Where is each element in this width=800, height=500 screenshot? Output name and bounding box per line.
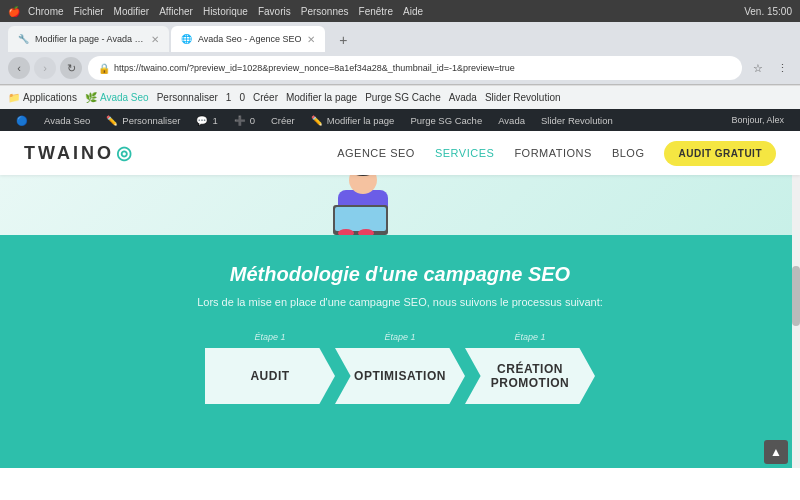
bookmark-icon[interactable]: ☆ [748,58,768,78]
svg-rect-5 [335,207,386,231]
methodology-section: Méthodologie d'une campagne SEO Lors de … [0,235,800,434]
os-bar-left: 🍎 Chrome Fichier Modifier Afficher Histo… [8,6,423,17]
nav-blog[interactable]: BLOG [612,147,645,159]
bookmark-applications[interactable]: 📁 Applications [8,92,77,103]
wp-purge-label: Purge SG Cache [410,115,482,126]
tab1-close[interactable]: ✕ [151,34,159,45]
scroll-to-top-button[interactable]: ▲ [764,440,788,464]
os-bar: 🍎 Chrome Fichier Modifier Afficher Histo… [0,0,800,22]
os-menu-afficher[interactable]: Afficher [159,6,193,17]
wp-count2[interactable]: ➕ 0 [226,109,263,131]
forward-button[interactable]: › [34,57,56,79]
step-optimisation-arrow[interactable]: OPTIMISATION [335,348,465,404]
settings-icon[interactable]: ⋮ [772,58,792,78]
tab2-label: Avada Seo - Agence SEO [198,34,301,44]
site-logo[interactable]: TWAINO ◎ [24,142,135,164]
bookmark-purge[interactable]: Purge SG Cache [365,92,441,103]
wp-avada-seo[interactable]: Avada Seo [36,109,98,131]
wp-avada-menu-label: Avada [498,115,525,126]
logo-text: TWAINO [24,143,114,164]
bookmarks-bar: 📁 Applications 🌿 Avada Seo Personnaliser… [0,85,800,109]
wp-count1[interactable]: 💬 1 [188,109,225,131]
os-bar-right: Ven. 15:00 [744,6,792,17]
address-bar-input[interactable]: 🔒 https://twaino.com/?preview_id=1028&pr… [88,56,742,80]
wp-modifier-label: Modifier la page [327,115,395,126]
character-illustration [308,175,428,235]
bookmark-count1[interactable]: 1 [226,92,232,103]
bookmark-creer[interactable]: Créer [253,92,278,103]
section-subtitle: Lors de la mise en place d'une campagne … [20,296,780,308]
wp-logo[interactable]: 🔵 [8,109,36,131]
steps-container: Étape 1 AUDIT Étape 1 OPTIMISATION Étape… [20,332,780,404]
chrome-tab-1[interactable]: 🔧 Modifier la page - Avada Seo ... ✕ [8,26,169,52]
bookmark-personnaliser[interactable]: Personnaliser [157,92,218,103]
wp-count1-label: 1 [212,115,217,126]
bookmark-avada[interactable]: Avada [449,92,477,103]
bookmark-avada-seo[interactable]: 🌿 Avada Seo [85,92,149,103]
scrollbar[interactable] [792,131,800,468]
os-menu-fichier[interactable]: Fichier [74,6,104,17]
site-navbar: TWAINO ◎ AGENCE SEO SERVICES FORMATIONS … [0,131,800,175]
wp-count2-icon: ➕ [234,115,246,126]
scrollbar-thumb[interactable] [792,266,800,326]
wp-modifier-page[interactable]: ✏️ Modifier la page [303,109,403,131]
wp-count1-icon: 💬 [196,115,208,126]
chrome-address-bar: ‹ › ↻ 🔒 https://twaino.com/?preview_id=1… [0,52,800,84]
step-creation-label: Étape 1 [514,332,545,342]
hero-image-section [0,175,800,235]
os-menu-modifier[interactable]: Modifier [114,6,150,17]
os-time: Ven. 15:00 [744,6,792,17]
step-optimisation-label: Étape 1 [384,332,415,342]
scroll-btn-container: ▲ [0,434,800,468]
step-audit-label: Étape 1 [254,332,285,342]
wp-avada[interactable]: Avada [490,109,533,131]
new-tab-button[interactable]: + [331,28,355,52]
os-menu-favoris[interactable]: Favoris [258,6,291,17]
logo-symbol: ◎ [116,142,135,164]
os-menu-personnes[interactable]: Personnes [301,6,349,17]
page-content: TWAINO ◎ AGENCE SEO SERVICES FORMATIONS … [0,131,800,468]
tab2-close[interactable]: ✕ [307,34,315,45]
wp-slider[interactable]: Slider Revolution [533,109,621,131]
optimisation-shape: OPTIMISATION [335,348,465,404]
wp-icon: 🔵 [16,115,28,126]
apple-icon: 🍎 [8,6,20,17]
tab1-label: Modifier la page - Avada Seo ... [35,34,145,44]
wp-count2-label: 0 [250,115,255,126]
wp-avada-label: Avada Seo [44,115,90,126]
step-audit: Étape 1 AUDIT [205,332,335,404]
wp-slider-label: Slider Revolution [541,115,613,126]
wp-creer[interactable]: Créer [263,109,303,131]
os-menu: Chrome Fichier Modifier Afficher Histori… [28,6,423,17]
back-button[interactable]: ‹ [8,57,30,79]
refresh-button[interactable]: ↻ [60,57,82,79]
chrome-tabs-bar: 🔧 Modifier la page - Avada Seo ... ✕ 🌐 A… [0,22,800,52]
os-menu-fenetre[interactable]: Fenêtre [359,6,393,17]
os-menu-historique[interactable]: Historique [203,6,248,17]
bookmark-modifier-page[interactable]: Modifier la page [286,92,357,103]
bookmark-slider[interactable]: Slider Revolution [485,92,561,103]
wp-modifier-icon: ✏️ [311,115,323,126]
chrome-actions: ☆ ⋮ [748,58,792,78]
wp-personnaliser[interactable]: ✏️ Personnaliser [98,109,188,131]
nav-services[interactable]: SERVICES [435,147,494,159]
os-menu-aide[interactable]: Aide [403,6,423,17]
tab1-favicon: 🔧 [18,34,29,44]
nav-links: AGENCE SEO SERVICES FORMATIONS BLOG AUDI… [337,141,776,166]
bookmark-count2[interactable]: 0 [239,92,245,103]
nav-agence-seo[interactable]: AGENCE SEO [337,147,415,159]
step-creation-arrow[interactable]: CRÉATION PROMOTION [465,348,595,404]
url-text: https://twaino.com/?preview_id=1028&prev… [114,63,515,73]
chrome-tab-2[interactable]: 🌐 Avada Seo - Agence SEO ✕ [171,26,325,52]
nav-buttons: ‹ › ↻ [8,57,82,79]
creation-shape: CRÉATION PROMOTION [465,348,595,404]
nav-formations[interactable]: FORMATIONS [514,147,592,159]
wp-purge[interactable]: Purge SG Cache [402,109,490,131]
os-menu-chrome[interactable]: Chrome [28,6,64,17]
section-title: Méthodologie d'une campagne SEO [20,263,780,286]
audit-gratuit-button[interactable]: AUDIT GRATUIT [664,141,776,166]
chrome-browser: 🔧 Modifier la page - Avada Seo ... ✕ 🌐 A… [0,22,800,85]
greeting-text: Bonjour, Alex [731,115,792,125]
lock-icon: 🔒 [98,63,110,74]
step-audit-arrow[interactable]: AUDIT [205,348,335,404]
